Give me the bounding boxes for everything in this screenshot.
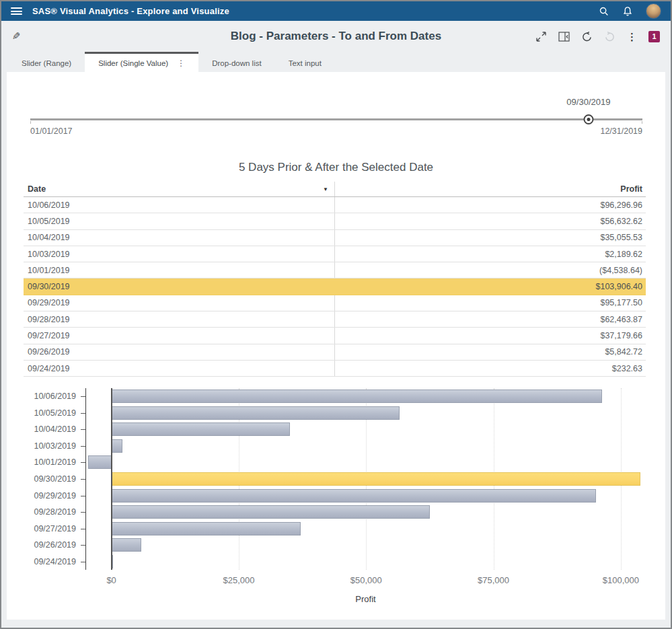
table-row[interactable]: 10/04/2019$35,055.53 xyxy=(24,230,646,246)
y-axis-tick xyxy=(81,462,85,463)
cell-profit: $56,632.62 xyxy=(334,217,646,226)
cell-profit: $37,179.66 xyxy=(334,331,646,340)
x-axis-tick-label: $75,000 xyxy=(478,575,509,585)
table-row[interactable]: 09/30/2019$103,906.40 xyxy=(24,279,646,295)
tab-menu-icon[interactable]: ⋮ xyxy=(177,59,185,68)
slider-min-label: 01/01/2017 xyxy=(30,126,73,136)
table-row[interactable]: 09/24/2019$232.63 xyxy=(24,361,646,377)
cell-date: 10/04/2019 xyxy=(24,233,334,242)
cell-profit: $5,842.72 xyxy=(334,347,646,357)
bar-10-05-2019[interactable] xyxy=(112,406,400,420)
notifications-bell-icon[interactable] xyxy=(622,6,633,17)
table-body: 10/06/2019$96,296.9610/05/2019$56,632.62… xyxy=(24,197,646,377)
slider-max-label: 12/31/2019 xyxy=(600,126,642,136)
redo-icon[interactable] xyxy=(604,31,615,42)
y-axis-tick xyxy=(81,413,85,414)
table-row[interactable]: 10/05/2019$56,632.62 xyxy=(24,213,646,229)
y-axis-tick-label: 09/27/2019 xyxy=(34,524,76,533)
cell-profit: $2,189.62 xyxy=(334,250,646,259)
report-header-actions: ⋮ 1 xyxy=(535,31,660,42)
search-icon[interactable] xyxy=(599,6,609,17)
x-axis-tick-label: $50,000 xyxy=(350,575,382,585)
slider-handle[interactable] xyxy=(583,114,593,124)
app-bar: SAS® Visual Analytics - Explore and Visu… xyxy=(1,1,671,21)
x-axis-tick-label: $25,000 xyxy=(223,575,254,585)
tab-slider-range[interactable]: Slider (Range) xyxy=(8,52,85,72)
table-row[interactable]: 09/27/2019$37,179.66 xyxy=(24,328,646,344)
table-row[interactable]: 10/06/2019$96,296.96 xyxy=(24,197,646,213)
table-row[interactable]: 10/01/2019($4,538.64) xyxy=(24,262,646,279)
app-bar-actions xyxy=(599,3,661,19)
table-row[interactable]: 09/29/2019$95,177.50 xyxy=(24,295,646,311)
bar-10-01-2019[interactable] xyxy=(88,455,111,469)
user-avatar[interactable] xyxy=(646,3,661,19)
undo-icon[interactable] xyxy=(581,31,593,42)
table-row[interactable]: 09/28/2019$62,463.87 xyxy=(24,311,646,328)
cell-profit: ($4,538.64) xyxy=(334,266,646,275)
tab-label: Text input xyxy=(289,59,322,67)
bar-chart-ylabels: 10/06/201910/05/201910/04/201910/03/2019… xyxy=(7,388,76,570)
cell-date: 10/03/2019 xyxy=(24,250,334,259)
y-axis-tick-label: 10/06/2019 xyxy=(34,392,76,401)
cell-profit: $35,055.53 xyxy=(334,233,646,242)
date-slider: 09/30/2019 01/01/2017 12/31/2019 xyxy=(30,96,642,144)
y-axis-tick-label: 10/03/2019 xyxy=(34,441,76,451)
table-row[interactable]: 10/03/2019$2,189.62 xyxy=(24,246,646,262)
y-axis-tick xyxy=(81,496,85,496)
app-title: SAS® Visual Analytics - Explore and Visu… xyxy=(32,6,229,16)
bar-09-28-2019[interactable] xyxy=(112,505,430,519)
expand-icon[interactable] xyxy=(535,31,547,42)
bar-09-26-2019[interactable] xyxy=(112,538,141,552)
report-canvas: 09/30/2019 01/01/2017 12/31/2019 5 Days … xyxy=(7,72,665,620)
cell-profit: $103,906.40 xyxy=(334,282,646,291)
panel-toggle-icon[interactable] xyxy=(558,32,570,42)
slider-min-tick xyxy=(30,121,31,124)
slider-handle-dot xyxy=(587,118,590,121)
slider-range-labels: 01/01/2017 12/31/2019 xyxy=(30,126,642,136)
bar-10-06-2019[interactable] xyxy=(112,390,602,403)
tab-text-input[interactable]: Text input xyxy=(275,52,335,72)
y-axis-tick xyxy=(81,545,85,546)
alert-count-badge[interactable]: 1 xyxy=(648,31,660,42)
y-axis-tick xyxy=(81,396,85,397)
table-row[interactable]: 09/26/2019$5,842.72 xyxy=(24,344,646,361)
column-header-date-label: Date xyxy=(28,184,46,194)
bar-chart-plot xyxy=(85,388,646,570)
menu-icon[interactable] xyxy=(11,7,22,15)
y-axis-tick xyxy=(81,479,85,480)
bar-09-29-2019[interactable] xyxy=(112,489,597,503)
tab-bar: Slider (Range)Slider (Single Value)⋮Drop… xyxy=(1,52,671,72)
cell-profit: $232.63 xyxy=(334,364,646,373)
cell-date: 09/28/2019 xyxy=(24,315,334,324)
cell-date: 10/05/2019 xyxy=(24,217,334,226)
y-axis-tick-label: 10/01/2019 xyxy=(34,457,76,467)
bar-10-04-2019[interactable] xyxy=(112,422,290,436)
sort-descending-icon[interactable]: ▼ xyxy=(323,186,328,192)
y-axis-tick xyxy=(81,512,85,513)
cell-profit: $62,463.87 xyxy=(334,315,646,324)
tab-label: Drop-down list xyxy=(212,59,262,67)
more-options-icon[interactable]: ⋮ xyxy=(627,32,637,42)
bar-10-03-2019[interactable] xyxy=(112,439,123,453)
cell-date: 09/30/2019 xyxy=(24,282,334,291)
slider-track[interactable] xyxy=(30,118,642,120)
x-axis-tick-label: $0 xyxy=(106,575,116,585)
y-axis-tick-label: 09/26/2019 xyxy=(34,540,76,550)
edit-pencil-icon[interactable]: ✎ xyxy=(12,30,21,42)
column-header-date[interactable]: Date ▼ xyxy=(24,184,334,194)
column-header-profit[interactable]: Profit xyxy=(334,184,646,194)
y-axis-tick-label: 09/29/2019 xyxy=(34,491,76,501)
cell-profit: $95,177.50 xyxy=(334,298,646,307)
y-axis-tick-label: 09/28/2019 xyxy=(34,507,76,517)
cell-date: 10/01/2019 xyxy=(24,266,334,275)
bar-09-30-2019[interactable] xyxy=(112,472,641,486)
y-axis-tick-label: 09/24/2019 xyxy=(34,557,76,566)
y-axis-tick xyxy=(81,529,85,529)
tab-drop-down-list[interactable]: Drop-down list xyxy=(198,52,275,72)
cell-date: 10/06/2019 xyxy=(24,200,334,210)
tab-slider-single-value[interactable]: Slider (Single Value)⋮ xyxy=(85,52,198,72)
cell-profit: $96,296.96 xyxy=(334,200,646,210)
cell-date: 09/27/2019 xyxy=(24,331,334,340)
chart-xaxis-title: Profit xyxy=(85,594,646,604)
bar-09-27-2019[interactable] xyxy=(112,522,301,535)
